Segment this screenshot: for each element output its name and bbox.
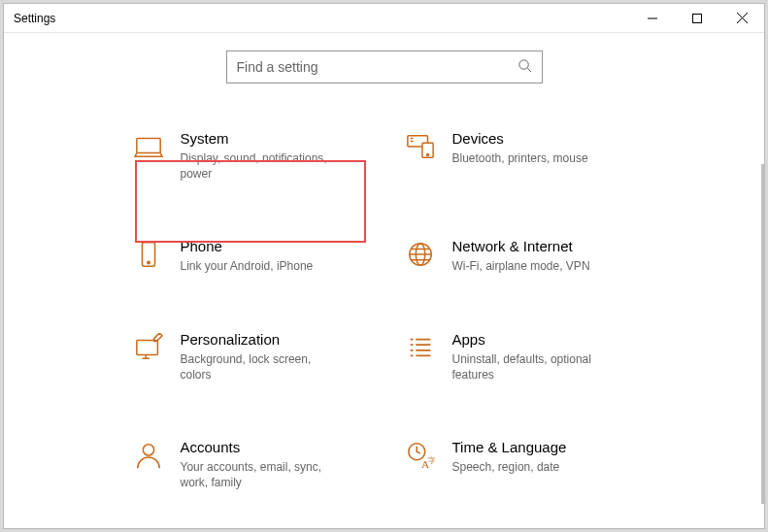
tile-title: Accounts <box>181 439 365 455</box>
search-box[interactable] <box>226 50 543 83</box>
search-icon <box>518 58 532 77</box>
settings-grid: System Display, sound, notifications, po… <box>132 113 637 510</box>
tile-devices[interactable]: Devices Bluetooth, printers, mouse <box>404 130 637 182</box>
svg-point-5 <box>426 154 428 156</box>
tile-desc: Uninstall, defaults, optional features <box>452 351 618 382</box>
minimize-button[interactable] <box>630 4 675 33</box>
tile-system[interactable]: System Display, sound, notifications, po… <box>132 130 365 182</box>
svg-point-7 <box>147 262 149 264</box>
svg-rect-10 <box>136 340 157 354</box>
devices-icon <box>404 130 437 182</box>
phone-icon <box>132 238 165 274</box>
content-area: System Display, sound, notifications, po… <box>4 33 764 528</box>
settings-window: Settings Sys <box>3 3 765 529</box>
svg-point-1 <box>518 59 527 68</box>
tile-desc: Speech, region, date <box>452 459 618 475</box>
tile-desc: Display, sound, notifications, power <box>181 150 346 182</box>
tile-title: Phone <box>181 238 365 254</box>
tile-title: Personalization <box>181 331 365 348</box>
tile-desc: Background, lock screen, colors <box>181 351 346 382</box>
maximize-button[interactable] <box>675 4 719 33</box>
svg-point-11 <box>143 445 153 455</box>
search-input[interactable] <box>237 59 518 75</box>
accounts-icon <box>132 439 165 490</box>
close-icon <box>737 13 748 23</box>
tile-desc: Bluetooth, printers, mouse <box>452 150 618 166</box>
tile-accounts[interactable]: Accounts Your accounts, email, sync, wor… <box>132 439 365 490</box>
tile-phone[interactable]: Phone Link your Android, iPhone <box>132 238 365 274</box>
system-icon <box>132 130 165 182</box>
tile-personalization[interactable]: Personalization Background, lock screen,… <box>132 331 365 382</box>
tile-title: System <box>181 130 365 147</box>
tile-title: Devices <box>452 130 637 147</box>
svg-rect-0 <box>693 14 702 22</box>
tile-desc: Wi-Fi, airplane mode, VPN <box>452 258 618 274</box>
personalization-icon <box>132 331 165 382</box>
svg-text:字: 字 <box>427 455 435 464</box>
tile-network[interactable]: Network & Internet Wi-Fi, airplane mode,… <box>404 238 637 274</box>
titlebar: Settings <box>4 4 764 33</box>
minimize-icon <box>648 14 657 23</box>
network-icon <box>404 238 437 274</box>
tile-desc: Link your Android, iPhone <box>181 258 346 274</box>
tile-time-language[interactable]: A字 Time & Language Speech, region, date <box>404 439 637 490</box>
maximize-icon <box>692 14 702 23</box>
scrollbar[interactable] <box>761 164 764 504</box>
close-button[interactable] <box>719 4 764 33</box>
apps-icon <box>404 331 437 382</box>
tile-title: Apps <box>452 331 637 348</box>
svg-rect-2 <box>136 139 159 153</box>
window-title: Settings <box>14 12 55 25</box>
tile-title: Time & Language <box>452 439 637 455</box>
tile-desc: Your accounts, email, sync, work, family <box>181 459 346 490</box>
tile-title: Network & Internet <box>452 238 637 254</box>
tile-apps[interactable]: Apps Uninstall, defaults, optional featu… <box>404 331 637 382</box>
time-language-icon: A字 <box>404 439 437 490</box>
